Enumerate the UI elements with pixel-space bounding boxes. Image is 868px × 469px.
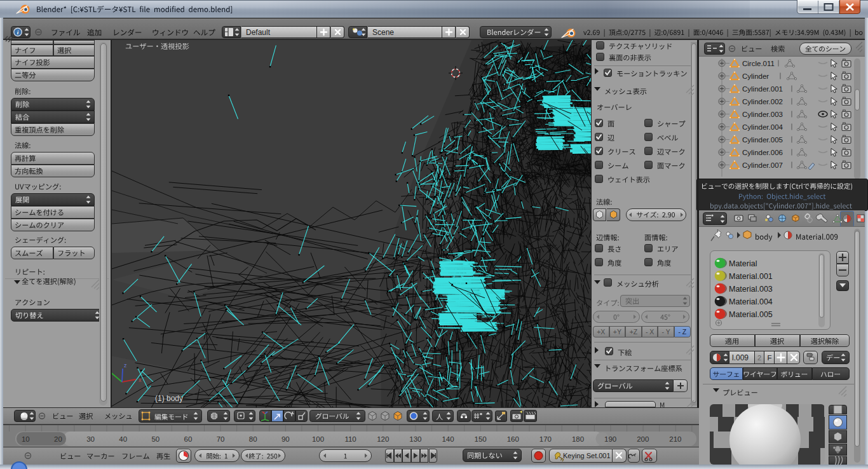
svg-text:140: 140 — [442, 435, 454, 443]
svg-text:Material.001: Material.001 — [729, 272, 773, 281]
svg-text:90: 90 — [281, 435, 290, 443]
svg-text:- Y: - Y — [662, 328, 670, 336]
svg-text:170: 170 — [539, 435, 552, 443]
svg-text:60: 60 — [184, 435, 193, 443]
svg-text:120: 120 — [377, 435, 389, 443]
svg-text:130: 130 — [409, 435, 421, 443]
svg-text:+Z: +Z — [630, 328, 638, 336]
svg-text:30: 30 — [86, 435, 95, 443]
svg-text:180: 180 — [572, 435, 584, 443]
svg-text:z: z — [124, 362, 127, 369]
svg-text:Default: Default — [246, 28, 271, 37]
svg-text:Cylinder.002: Cylinder.002 — [742, 98, 783, 105]
svg-text:Material: Material — [729, 259, 757, 268]
svg-text:Cylinder.007: Cylinder.007 — [742, 161, 783, 169]
svg-text:Cylinder.004: Cylinder.004 — [742, 123, 783, 131]
svg-text:50: 50 — [151, 435, 159, 443]
svg-text:110: 110 — [344, 435, 356, 443]
svg-text:+Y: +Y — [613, 328, 621, 336]
svg-text:210: 210 — [669, 435, 681, 443]
svg-text:(1) body: (1) body — [155, 394, 183, 403]
svg-text:Circle.011: Circle.011 — [742, 60, 775, 67]
svg-text:20: 20 — [54, 435, 62, 443]
svg-text:Material.004: Material.004 — [729, 297, 773, 306]
svg-text:2: 2 — [757, 354, 761, 362]
svg-text:Cylinder.003: Cylinder.003 — [742, 111, 783, 118]
svg-text:Material.005: Material.005 — [729, 310, 773, 319]
svg-text:Cylinder.001: Cylinder.001 — [742, 85, 783, 93]
svg-text:Cylinder.006: Cylinder.006 — [742, 149, 783, 156]
svg-text:150: 150 — [475, 435, 487, 443]
svg-text:Keying Set.001: Keying Set.001 — [563, 452, 611, 459]
svg-text:80: 80 — [249, 435, 257, 443]
svg-text:100: 100 — [312, 435, 324, 443]
svg-text:Material.003: Material.003 — [729, 285, 773, 294]
svg-text:Cylinder: Cylinder — [742, 72, 769, 80]
svg-text:70: 70 — [217, 435, 225, 443]
svg-text:200: 200 — [637, 435, 649, 443]
svg-text:F: F — [767, 354, 771, 362]
svg-text:Cylinder.005: Cylinder.005 — [742, 136, 783, 144]
svg-text:40: 40 — [119, 435, 127, 443]
svg-text:- Z: - Z — [678, 328, 686, 336]
svg-text:- X: - X — [646, 328, 654, 336]
svg-text:+X: +X — [597, 328, 605, 336]
svg-text:10: 10 — [22, 435, 30, 443]
svg-text:Scene: Scene — [372, 28, 394, 37]
svg-text:160: 160 — [507, 435, 519, 443]
svg-text:x: x — [139, 377, 142, 383]
svg-text:l.009: l.009 — [732, 353, 749, 362]
svg-text:y: y — [105, 365, 109, 372]
svg-text:190: 190 — [604, 435, 616, 443]
